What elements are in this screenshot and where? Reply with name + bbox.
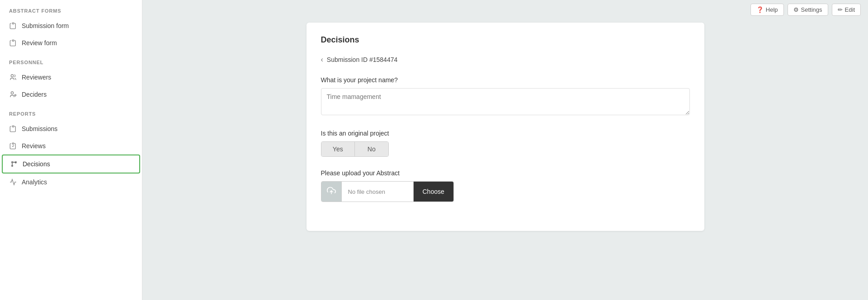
svg-point-7 (12, 162, 13, 163)
sidebar-item-reviewers[interactable]: Reviewers (0, 69, 142, 86)
sidebar-item-label: Reviewers (22, 74, 51, 81)
sidebar-item-label: Deciders (22, 91, 47, 98)
chart-icon (9, 178, 17, 186)
yes-button[interactable]: Yes (321, 142, 355, 156)
clipboard-check-icon-reviews (9, 142, 17, 150)
svg-rect-5 (12, 126, 14, 127)
sidebar-item-decisions[interactable]: Decisions (2, 155, 140, 173)
sidebar-item-label: Submission form (22, 22, 69, 29)
personnel-section-title: PERSONNEL (0, 52, 142, 69)
sidebar-item-label: Analytics (22, 178, 47, 186)
users-icon (9, 73, 17, 81)
cloud-upload-icon (327, 186, 336, 197)
svg-rect-6 (12, 143, 14, 144)
svg-rect-0 (12, 23, 14, 24)
file-upload-row: No file chosen Choose (321, 181, 454, 202)
submission-id-label: Submission ID #1584474 (327, 56, 397, 63)
sidebar-item-label: Review form (22, 39, 57, 47)
clipboard-check-icon (9, 39, 17, 47)
back-row[interactable]: ‹ Submission ID #1584474 (321, 56, 690, 64)
original-project-label: Is this an original project (321, 130, 690, 137)
upload-abstract-group: Please upload your Abstract No file chos… (321, 169, 690, 202)
upload-icon-box (321, 182, 341, 202)
help-label: Help (766, 6, 778, 13)
layout: ABSTRACT FORMS Submission form Review fo… (0, 0, 868, 300)
sidebar-item-deciders[interactable]: Deciders (0, 86, 142, 103)
file-name-display: No file chosen (341, 182, 414, 202)
help-icon: ❓ (756, 6, 764, 13)
edit-icon: ✏ (838, 6, 843, 13)
settings-icon: ⚙ (793, 6, 799, 13)
project-name-textarea[interactable] (321, 88, 690, 115)
clipboard-icon (9, 22, 17, 30)
branch-icon (10, 160, 18, 168)
choose-button[interactable]: Choose (414, 182, 453, 202)
reports-section-title: REPORTS (0, 103, 142, 120)
svg-rect-1 (12, 40, 14, 41)
settings-button[interactable]: ⚙ Settings (788, 4, 828, 16)
svg-point-3 (11, 92, 13, 94)
sidebar-item-reviews[interactable]: Reviews (0, 137, 142, 155)
edit-button[interactable]: ✏ Edit (832, 4, 861, 16)
sidebar-item-analytics[interactable]: Analytics (0, 173, 142, 191)
top-bar: ❓ Help ⚙ Settings ✏ Edit (743, 0, 868, 19)
sidebar-item-label: Decisions (23, 160, 50, 168)
edit-label: Edit (845, 6, 855, 13)
card-title: Decisions (321, 35, 690, 45)
sidebar: ABSTRACT FORMS Submission form Review fo… (0, 0, 142, 300)
sidebar-item-submission-form[interactable]: Submission form (0, 17, 142, 34)
users-cog-icon (9, 90, 17, 98)
main-content: Decisions ‹ Submission ID #1584474 What … (142, 0, 868, 300)
abstract-forms-section-title: ABSTRACT FORMS (0, 0, 142, 17)
decisions-card: Decisions ‹ Submission ID #1584474 What … (307, 23, 704, 231)
clipboard-icon-submissions (9, 125, 17, 133)
upload-abstract-label: Please upload your Abstract (321, 169, 690, 177)
svg-point-2 (11, 75, 13, 77)
back-arrow-icon: ‹ (321, 56, 323, 64)
no-button[interactable]: No (355, 142, 388, 156)
original-project-group: Is this an original project Yes No (321, 130, 690, 157)
sidebar-item-review-form[interactable]: Review form (0, 34, 142, 52)
help-button[interactable]: ❓ Help (750, 4, 784, 16)
sidebar-item-label: Submissions (22, 125, 57, 132)
svg-point-8 (12, 165, 13, 167)
project-name-label: What is your project name? (321, 76, 690, 84)
project-name-group: What is your project name? (321, 76, 690, 117)
yes-no-toggle: Yes No (321, 141, 389, 157)
settings-label: Settings (801, 6, 822, 13)
sidebar-item-submissions[interactable]: Submissions (0, 120, 142, 137)
sidebar-item-label: Reviews (22, 142, 46, 150)
